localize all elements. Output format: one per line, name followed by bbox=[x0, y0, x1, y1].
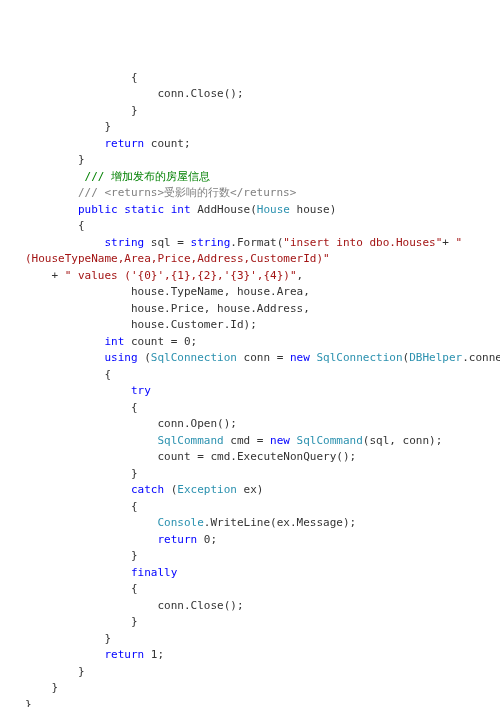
code-line: conn.Open(); bbox=[25, 416, 475, 433]
code-line: } bbox=[25, 152, 475, 169]
code-line: { bbox=[25, 70, 475, 87]
code-line: } bbox=[25, 119, 475, 136]
code-line: + " values ('{0}',{1},{2},'{3}',{4})", bbox=[25, 268, 475, 285]
code-line: } bbox=[25, 664, 475, 681]
code-line: catch (Exception ex) bbox=[25, 482, 475, 499]
code-line: public static int AddHouse(House house) bbox=[25, 202, 475, 219]
code-line: return 0; bbox=[25, 532, 475, 549]
code-line: { bbox=[25, 218, 475, 235]
code-line: (HouseTypeName,Area,Price,Address,Custom… bbox=[25, 251, 475, 268]
code-document: { conn.Close(); } } return count; } /// … bbox=[25, 70, 475, 708]
code-line: SqlCommand cmd = new SqlCommand(sql, con… bbox=[25, 433, 475, 450]
code-line: try bbox=[25, 383, 475, 400]
code-line: house.TypeName, house.Area, bbox=[25, 284, 475, 301]
code-line: } bbox=[25, 548, 475, 565]
code-line: } bbox=[25, 466, 475, 483]
code-line: int count = 0; bbox=[25, 334, 475, 351]
code-line: /// 增加发布的房屋信息 bbox=[25, 169, 475, 186]
code-line: conn.Close(); bbox=[25, 598, 475, 615]
code-line: } bbox=[25, 697, 475, 708]
code-line: Console.WriteLine(ex.Message); bbox=[25, 515, 475, 532]
code-line: { bbox=[25, 499, 475, 516]
code-line: return 1; bbox=[25, 647, 475, 664]
code-line: { bbox=[25, 581, 475, 598]
code-line: house.Customer.Id); bbox=[25, 317, 475, 334]
code-line: { bbox=[25, 367, 475, 384]
code-line: } bbox=[25, 680, 475, 697]
code-line: /// <returns>受影响的行数</returns> bbox=[25, 185, 475, 202]
code-line: using (SqlConnection conn = new SqlConne… bbox=[25, 350, 475, 367]
code-line: { bbox=[25, 400, 475, 417]
code-line: finally bbox=[25, 565, 475, 582]
code-line: count = cmd.ExecuteNonQuery(); bbox=[25, 449, 475, 466]
code-line: conn.Close(); bbox=[25, 86, 475, 103]
code-line: house.Price, house.Address, bbox=[25, 301, 475, 318]
code-line: } bbox=[25, 103, 475, 120]
code-line: return count; bbox=[25, 136, 475, 153]
code-line: string sql = string.Format("insert into … bbox=[25, 235, 475, 252]
code-line: } bbox=[25, 631, 475, 648]
code-line: } bbox=[25, 614, 475, 631]
